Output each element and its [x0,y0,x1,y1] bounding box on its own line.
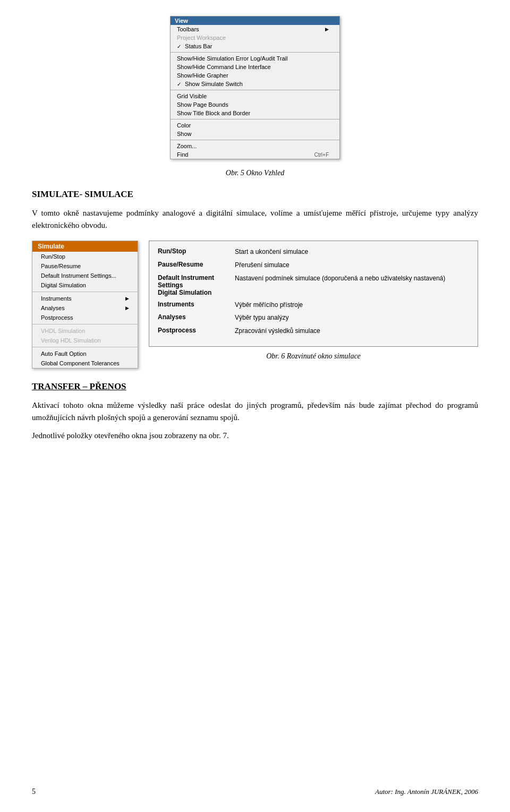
sim-sep-3 [32,347,138,347]
desc-label-instruments: Instruments [158,301,235,308]
simulate-heading: SIMULATE- SIMULACE [32,189,478,200]
menu-item-show-hide-grapher: Show/Hide Grapher [171,71,339,80]
arrow-icon: ▶ [325,27,329,32]
find-shortcut: Ctrl+F [314,152,329,158]
page-container: View Toolbars ▶ Project Workspace ✓ Stat… [0,0,510,812]
checkmark-icon-2: ✓ [177,81,181,87]
desc-area: Run/Stop Start a ukončení simulace Pause… [149,241,478,361]
sim-item-default-settings: Default Instrument Settings... [32,271,138,280]
desc-label-run-stop: Run/Stop [158,247,235,255]
simulate-menu-box: Simulate Run/Stop Pause/Resume Default I… [32,241,138,369]
menu-item-grid-visible: Grid Visible [171,92,339,100]
separator-1 [171,52,339,53]
sim-item-pause-resume: Pause/Resume [32,261,138,271]
sim-item-auto-fault: Auto Fault Option [32,349,138,358]
sim-item-analyses: Analyses ▶ [32,303,138,313]
sim-item-digital-simulation: Digital Simulation [32,280,138,290]
menu-item-zoom: Zoom... [171,142,339,150]
desc-row-default-settings: Default InstrumentSettingsDigital Simula… [158,274,469,296]
simulate-menu-title: Simulate [32,241,138,252]
separator-2 [171,90,339,90]
page-footer: 5 Autor: Ing. Antonín JURÁNEK, 2006 [32,788,478,796]
figure5-caption: Obr. 5 Okno Vzhled [32,169,478,177]
page-number: 5 [32,788,36,796]
desc-row-analyses: Analyses Výběr typu analýzy [158,313,469,322]
menu-item-show-hide-cli: Show/Hide Command Line Interface [171,63,339,71]
separator-3 [171,119,339,119]
simulate-intro-text: V tomto okně nastavujeme podmínky analog… [32,207,478,231]
menu-item-project-workspace: Project Workspace [171,33,339,42]
view-menu-screenshot: View Toolbars ▶ Project Workspace ✓ Stat… [32,16,478,159]
menu-item-show-hide-log: Show/Hide Simulation Error Log/Audit Tra… [171,54,339,63]
menu-item-show-title-block: Show Title Block and Border [171,109,339,117]
footer-author: Autor: Ing. Antonín JURÁNEK, 2006 [375,788,478,796]
menu-item-find: Find Ctrl+F [171,150,339,159]
desc-label-default-settings: Default InstrumentSettingsDigital Simula… [158,274,235,296]
instruments-arrow-icon: ▶ [125,296,129,301]
desc-row-postprocess: Postprocess Zpracování výsledků simulace [158,327,469,336]
menu-item-show: Show [171,130,339,138]
transfer-text-1: Aktivací tohoto okna můžeme výsledky naš… [32,399,478,423]
sim-sep-2 [32,324,138,324]
desc-label-pause-resume: Pause/Resume [158,261,235,268]
menu-item-color: Color [171,121,339,130]
sim-item-run-stop: Run/Stop [32,252,138,261]
desc-value-analyses: Výběr typu analýzy [235,313,288,322]
menu-item-status-bar: ✓ Status Bar [171,42,339,50]
separator-4 [171,140,339,140]
desc-row-pause-resume: Pause/Resume Přerušení simulace [158,261,469,270]
menu-item-show-page-bounds: Show Page Bounds [171,100,339,109]
view-menu-title: View [171,16,339,25]
menu-item-show-simulate-switch: ✓ Show Simulate Switch [171,80,339,88]
desc-label-analyses: Analyses [158,313,235,321]
transfer-text-2: Jednotlivé položky otevřeného okna jsou … [32,430,478,442]
sim-item-instruments: Instruments ▶ [32,294,138,303]
view-menu-box: View Toolbars ▶ Project Workspace ✓ Stat… [170,16,340,159]
figure6-caption: Obr. 6 Rozvinuté okno simulace [149,352,478,361]
desc-row-instruments: Instruments Výběr měřícího přístroje [158,301,469,310]
menu-item-toolbars: Toolbars ▶ [171,25,339,33]
sim-item-postprocess: Postprocess [32,313,138,322]
sim-item-global-tolerances: Global Component Tolerances [32,358,138,368]
desc-value-run-stop: Start a ukončení simulace [235,247,308,257]
simulate-section: Simulate Run/Stop Pause/Resume Default I… [32,241,478,369]
desc-table: Run/Stop Start a ukončení simulace Pause… [149,241,478,347]
sim-item-verilog: Verilog HDL Simulation [32,336,138,345]
sim-item-vhdl: VHDL Simulation [32,326,138,336]
desc-value-default-settings: Nastavení podmínek simulace (doporučená … [235,274,445,283]
analyses-arrow-icon: ▶ [125,305,129,311]
desc-value-instruments: Výběr měřícího přístroje [235,301,303,310]
desc-row-run-stop: Run/Stop Start a ukončení simulace [158,247,469,257]
desc-value-postprocess: Zpracování výsledků simulace [235,327,320,336]
desc-value-pause-resume: Přerušení simulace [235,261,290,270]
desc-label-postprocess: Postprocess [158,327,235,334]
transfer-heading: TRANSFER – PŘENOS [32,381,478,392]
checkmark-icon: ✓ [177,44,181,49]
sim-sep-1 [32,292,138,292]
